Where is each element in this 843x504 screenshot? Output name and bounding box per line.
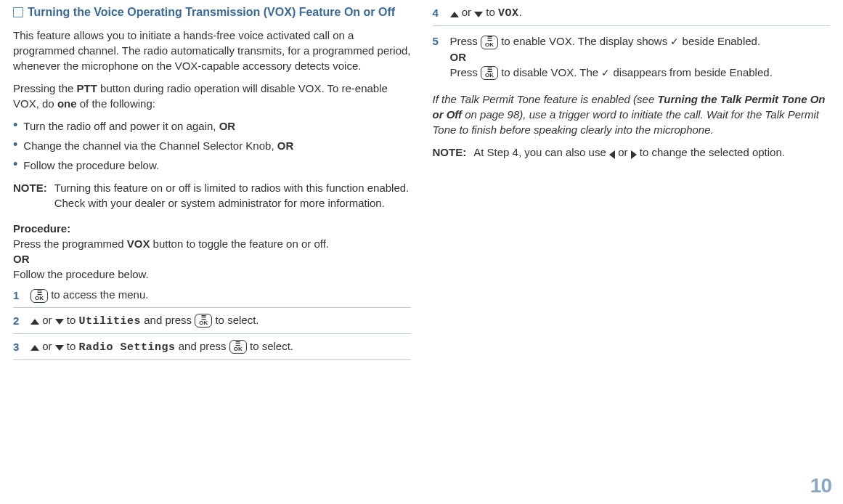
step-2: 2 or to Utilities and press ☰OK to selec… [13,308,411,334]
section-heading: Turning the Voice Operating Transmission… [13,4,411,20]
one-label: one [57,97,77,110]
step-number: 2 [13,313,23,328]
step-3: 3 or to Radio Settings and press ☰OK to … [13,334,411,360]
menu-vox: VOX [498,7,519,20]
bullet-icon: • [13,138,17,153]
down-arrow-icon [474,6,483,21]
note-label: NOTE: [13,180,47,211]
note-block: NOTE: Turning this feature on or off is … [13,180,411,211]
bullet-2: • Change the channel via the Channel Sel… [13,138,411,153]
ok-key-icon: ☰OK [195,314,212,328]
heading-box-icon [13,7,23,17]
down-arrow-icon [55,339,64,354]
step-5: 5 Press ☰OK to enable VOX. The display s… [433,26,831,84]
procedure-label: Procedure: [13,221,411,236]
procedure-or: OR [13,251,411,267]
step-number: 3 [13,339,23,354]
down-arrow-icon [55,313,64,328]
procedure-intro: Press the programmed VOX button to toggl… [13,236,411,251]
talk-permit-note: If the Talk Permit Tone feature is enabl… [433,92,831,137]
note-block-2: NOTE: At Step 4, you can also use or to … [433,145,831,161]
step-number: 1 [13,288,23,303]
ok-key-icon: ☰OK [229,340,247,354]
menu-radio-settings: Radio Settings [79,341,176,354]
up-arrow-icon [450,6,459,21]
left-arrow-icon [609,146,615,161]
paragraph-1: This feature allows you to initiate a ha… [13,28,411,73]
step-number: 5 [433,33,443,49]
check-icon: ✓ [670,35,679,49]
note-text: Turning this feature on or off is limite… [54,180,411,211]
ptt-label: PTT [77,82,97,94]
bullet-icon: • [13,158,17,173]
up-arrow-icon [30,313,39,328]
check-icon: ✓ [601,66,610,81]
paragraph-2: Pressing the PTT button during radio ope… [13,81,411,111]
procedure-alt: Follow the procedure below. [13,267,411,282]
page-number: 10 [810,471,831,500]
bullet-icon: • [13,118,17,134]
ok-key-icon: ☰OK [481,36,498,49]
note-label: NOTE: [433,145,467,161]
ok-key-icon: ☰OK [481,66,498,80]
bullet-3: • Follow the procedure below. [13,158,411,173]
heading-text: Turning the Voice Operating Transmission… [28,4,395,20]
right-arrow-icon [631,146,637,161]
bullet-1: • Turn the radio off and power it on aga… [13,118,411,134]
step5-or: OR [450,49,831,65]
menu-utilities: Utilities [79,315,142,328]
ok-key-icon: ☰OK [30,289,48,303]
step-1: 1 ☰OK to access the menu. [13,282,411,308]
up-arrow-icon [30,339,39,354]
step-number: 4 [433,5,443,20]
step-4: 4 or to VOX. [433,4,831,26]
